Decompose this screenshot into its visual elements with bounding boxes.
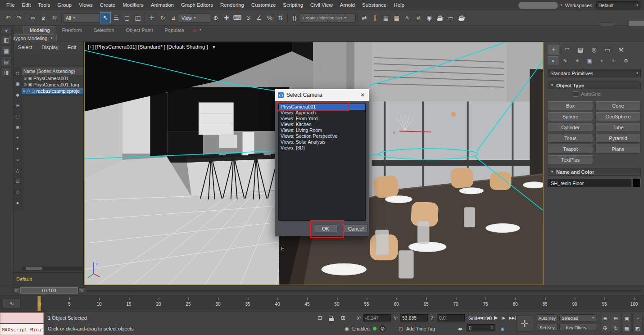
render-setup-icon[interactable]: ☕ [435, 12, 445, 23]
camera-list-item-approach[interactable]: Views: Approach [279, 110, 365, 116]
orbit-icon[interactable]: ↻ [611, 324, 621, 333]
next-frame-button[interactable]: |▶ [500, 314, 507, 321]
menu-file[interactable]: File [3, 2, 18, 8]
menu-arnold[interactable]: Arnold [336, 2, 358, 8]
eye-icon[interactable]: ⊙ [27, 89, 31, 93]
cancel-button[interactable]: Cancel [344, 225, 368, 232]
mini-curve-editor-button[interactable]: ∿ [3, 299, 21, 308]
keyboard-override-icon[interactable]: ⌨ [232, 12, 243, 23]
undo-icon[interactable]: ↶ [3, 12, 14, 23]
mirror-icon[interactable]: ⇄ [359, 12, 370, 23]
previous-frame-button[interactable]: ◀| [485, 314, 492, 321]
explorer-filter-1-icon[interactable]: ◎ [14, 68, 21, 78]
menu-animation[interactable]: Animation [147, 2, 177, 8]
auto-key-button[interactable]: Auto Key [537, 314, 558, 321]
explorer-filter-2-icon[interactable]: ▣ [14, 78, 21, 89]
ribbon-chevron-icon[interactable]: ▾ [200, 28, 201, 32]
spacewarps-category-icon[interactable]: ≋ [608, 56, 619, 65]
select-and-rotate-icon[interactable]: ↻ [157, 12, 168, 23]
ribbon-tab-freeform[interactable]: Freeform [56, 27, 88, 34]
rectangular-region-icon[interactable]: ▢ [122, 12, 132, 23]
workspaces-dropdown[interactable]: Default ▾ [596, 1, 640, 9]
time-slider-handle[interactable]: 0 / 100 [20, 287, 78, 294]
menu-views[interactable]: Views [75, 2, 96, 8]
expand-arrow-icon[interactable]: ▸ [23, 89, 26, 93]
explorer-filter-7-icon[interactable]: ⌖ [14, 132, 21, 143]
camera-list-item-solar-analysis[interactable]: Views: Solar Analysis [279, 139, 365, 145]
schematic-view-icon[interactable]: # [413, 12, 424, 23]
geometry-category-icon[interactable]: ● [548, 56, 558, 65]
plane-button[interactable]: Plane [595, 145, 641, 154]
cone-button[interactable]: Cone [595, 101, 641, 110]
lights-category-icon[interactable]: ☀ [572, 56, 583, 65]
snaps-toggle-icon[interactable]: 3 [243, 12, 254, 23]
camera-list-item-section-perspective[interactable]: Views: Section Perspective [279, 133, 365, 139]
ribbon-toggle-icon[interactable]: ▦ [391, 12, 402, 23]
render-production-icon[interactable]: ☕ [456, 12, 467, 23]
viewport-label-text[interactable]: [+] [PhysCamera001] [Standard* ] [Defaul… [88, 44, 208, 50]
menu-graph-editors[interactable]: Graph Editors [177, 2, 217, 8]
cylinder-button[interactable]: Cylinder [548, 123, 593, 132]
menu-substance[interactable]: Substance [358, 2, 390, 8]
object-color-swatch[interactable] [633, 179, 641, 187]
scrollbar-handle[interactable] [26, 267, 42, 270]
geosphere-button[interactable]: GeoSphere [595, 112, 641, 121]
teapot-button[interactable]: Teapot [548, 145, 593, 154]
selection-filter-dropdown[interactable]: All ▾ [63, 14, 100, 23]
camera-list[interactable]: PhysCamera001 Views: Approach Views: Fro… [278, 104, 366, 221]
object-type-rollout[interactable]: ▼ Object Type [548, 81, 641, 89]
explorer-filter-6-icon[interactable]: ◉ [14, 122, 21, 132]
key-mode-dropdown[interactable]: Selected ▾ [559, 314, 596, 321]
search-input[interactable] [518, 2, 558, 9]
explorer-filter-9-icon[interactable]: ○ [14, 154, 21, 165]
step-keys-icon[interactable]: ◀▶ [456, 325, 465, 333]
close-icon[interactable]: ✕ [359, 92, 366, 98]
eye-icon[interactable]: ⊙ [23, 82, 27, 87]
menu-tools[interactable]: Tools [34, 2, 54, 8]
layer-manager-icon[interactable]: ▤ [381, 12, 391, 23]
ok-button[interactable]: OK [314, 225, 337, 232]
menu-rendering[interactable]: Rendering [217, 2, 248, 8]
autogrid-checkbox[interactable] [573, 91, 578, 97]
named-selection-sets-icon[interactable]: {} [289, 12, 300, 23]
angle-snap-icon[interactable]: ∠ [254, 12, 264, 23]
explorer-filter-3-icon[interactable]: ◆ [14, 89, 21, 100]
camera-list-item-living-room[interactable]: Views: Living Room [279, 127, 365, 133]
select-and-move-icon[interactable]: ✛ [146, 12, 157, 23]
next-frame-button[interactable]: > [78, 287, 84, 294]
helpers-category-icon[interactable]: ⌖ [596, 56, 607, 65]
window-crossing-icon[interactable]: ◫ [132, 12, 143, 23]
timeline-ruler[interactable]: ∿ 0 5 10 15 20 25 30 35 40 45 50 55 60 6… [0, 295, 644, 312]
enabled-green-indicator[interactable] [373, 327, 376, 330]
explorer-row-physcamera[interactable]: ⊙ ▣ PhysCamera001 [22, 75, 83, 81]
sphere-button[interactable]: Sphere [548, 112, 593, 121]
primitive-category-dropdown[interactable]: Standard Primitives ▾ [548, 69, 641, 77]
explorer-hscrollbar[interactable] [22, 267, 82, 271]
menu-civil-view[interactable]: Civil View [307, 2, 336, 8]
key-mode-toggle-icon[interactable]: ◉ [498, 325, 507, 333]
explorer-sort-header[interactable]: Name (Sorted Ascending) [22, 68, 83, 75]
explorer-menu-select[interactable]: Select [14, 45, 37, 50]
unlink-selection-icon[interactable]: ⌀ [38, 12, 49, 23]
isolate-selection-icon[interactable]: ⊡ [315, 314, 324, 322]
camera-list-item-3d[interactable]: Views: {3D} [279, 145, 365, 151]
systems-category-icon[interactable]: ⚙ [621, 56, 631, 65]
simulation-toggle-icon[interactable]: ◉ [342, 325, 351, 333]
pan-icon[interactable]: ✠ [600, 324, 610, 333]
create-selection-set-combo[interactable]: Create Selection Set ▾ [300, 14, 356, 23]
camera-list-item-physcamera001[interactable]: PhysCamera001 [279, 104, 365, 110]
display-tab-icon[interactable]: ▭ [602, 45, 613, 54]
absolute-offset-icon[interactable]: ⊞ [339, 314, 348, 322]
material-editor-icon[interactable]: ◉ [424, 12, 435, 23]
explorer-row-physcamera-target[interactable]: ⊙ ▣ PhysCamera001.Targ [22, 81, 83, 88]
per-view-filter-icon[interactable]: ▼ [212, 45, 216, 50]
zoom-extents-icon[interactable]: ▣ [621, 314, 632, 323]
ribbon-tab-selection[interactable]: Selection [88, 27, 120, 34]
camera-list-item-from-yard[interactable]: Views: From Yard [279, 116, 365, 122]
align-icon[interactable]: ∥ [370, 12, 381, 23]
explorer-filter-10-icon[interactable]: △ [14, 165, 21, 176]
key-filters-button[interactable]: Key Filters... [559, 324, 596, 331]
hierarchy-tab-icon[interactable]: ▤ [575, 45, 586, 54]
dock-icon-2[interactable]: ▦ [1, 46, 12, 55]
modify-tab-icon[interactable]: ◠ [561, 45, 573, 54]
